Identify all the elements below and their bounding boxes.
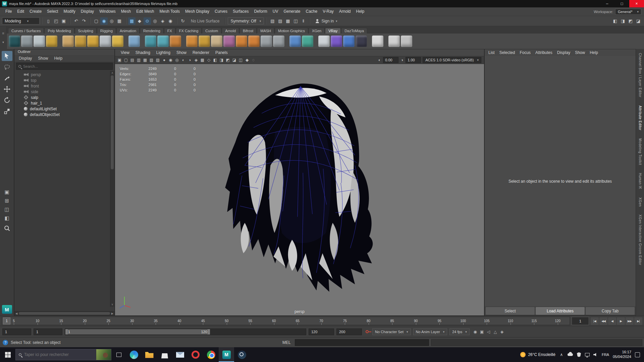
menu-item[interactable]: Generate: [281, 7, 303, 16]
open-render-view-icon[interactable]: ▧: [269, 17, 276, 25]
isolate-select-icon[interactable]: ◇: [206, 57, 212, 63]
timeline-tick[interactable]: 85: [380, 317, 404, 325]
open-scene-icon[interactable]: ◰: [52, 17, 60, 25]
menu-item[interactable]: Deform: [251, 7, 270, 16]
shelf-options-icon[interactable]: ▾: [2, 41, 4, 44]
viewport-menu-item[interactable]: Show: [173, 50, 190, 55]
viewport-canvas[interactable]: Verts: 2249 0 0 Edges: 3849 0 0 Faces: 1…: [115, 64, 484, 315]
outliner-search[interactable]: [16, 63, 113, 70]
save-scene-icon[interactable]: ▣: [60, 17, 67, 25]
range-slider-active-range[interactable]: 1 120: [65, 329, 210, 335]
new-scene-icon[interactable]: ▯: [45, 17, 52, 25]
attribute-editor-toggle-icon[interactable]: ◪: [635, 17, 642, 25]
attribute-editor-button[interactable]: Select: [486, 307, 535, 315]
shelf-tab[interactable]: Arnold: [222, 28, 239, 34]
timeline-tick[interactable]: 115: [522, 317, 546, 325]
timeline-tick[interactable]: 75: [333, 317, 357, 325]
outliner-item[interactable]: side: [14, 89, 114, 95]
opera-icon[interactable]: [188, 347, 203, 362]
timeline-tick[interactable]: 20: [73, 317, 97, 325]
vray-sphere-dark-icon[interactable]: [9, 36, 20, 47]
molecule-icon[interactable]: [302, 36, 313, 47]
menu-item[interactable]: Curves: [212, 7, 230, 16]
lock-camera-icon[interactable]: ▢: [123, 57, 129, 63]
select-tool[interactable]: [2, 51, 12, 61]
wireframe-mode-icon[interactable]: ▨: [155, 57, 161, 63]
playback-start-field[interactable]: 1: [34, 328, 62, 335]
menu-item[interactable]: UV: [270, 7, 281, 16]
outliner-item[interactable]: persp: [14, 72, 114, 77]
menu-item[interactable]: Cache: [303, 7, 320, 16]
mail-icon[interactable]: [172, 347, 188, 362]
shadows-icon[interactable]: ◐: [180, 57, 186, 63]
outliner-menu-item[interactable]: Help: [51, 56, 65, 61]
taskbar-search[interactable]: [15, 349, 111, 360]
search-highlight-image[interactable]: [96, 349, 111, 360]
sidebar-tab[interactable]: Modeling Toolkit: [638, 138, 642, 165]
maya-icon[interactable]: M: [219, 347, 234, 362]
symmetry-select[interactable]: Symmetry: Off ▾: [228, 17, 264, 24]
shelf-tab[interactable]: Animation: [116, 28, 140, 34]
scene-export-icon[interactable]: [170, 36, 181, 47]
go-to-start-button[interactable]: |◀: [591, 317, 599, 325]
hidden-icons-chevron[interactable]: ∧: [559, 352, 564, 357]
animation-end-field[interactable]: 200: [336, 328, 362, 335]
outliner-menu-item[interactable]: Show: [35, 56, 51, 61]
timeline-tick[interactable]: 100: [451, 317, 475, 325]
interactive-hand-icon[interactable]: [211, 36, 222, 47]
highlight-selection-icon[interactable]: ▦: [116, 17, 123, 25]
snap-projected-center-icon[interactable]: ◎: [151, 17, 159, 25]
menu-item[interactable]: Arnold: [336, 7, 354, 16]
shelf-icon[interactable]: [384, 36, 387, 47]
maximize-button[interactable]: □: [614, 0, 629, 7]
menu-item[interactable]: Help: [354, 7, 367, 16]
current-frame-marker[interactable]: 1: [3, 317, 10, 324]
scale-tool[interactable]: [2, 106, 12, 116]
volume-icon[interactable]: [593, 353, 598, 357]
outliner-item[interactable]: hair_1: [14, 100, 114, 106]
select-component-icon[interactable]: ◎: [108, 17, 115, 25]
snap-point-icon[interactable]: ⊙: [144, 17, 151, 25]
import-proxy-icon[interactable]: [157, 36, 169, 47]
persp-outliner-layout-icon[interactable]: ◫: [2, 205, 12, 214]
shelf-tab[interactable]: Rigging: [97, 28, 116, 34]
texture-grid-icon[interactable]: [223, 36, 235, 47]
menu-item[interactable]: Mesh: [118, 7, 133, 16]
lasso-tool[interactable]: [2, 62, 12, 72]
vr-ring-icon[interactable]: [388, 36, 400, 47]
resolution-gate-icon[interactable]: ◨: [218, 57, 225, 63]
shelf-icon[interactable]: [141, 36, 144, 47]
attribute-editor-menu-item[interactable]: Selected: [497, 50, 518, 55]
timeline-tick[interactable]: 25: [97, 317, 120, 325]
shelf-tab[interactable]: Bifrost: [239, 28, 257, 34]
snap-grid-icon[interactable]: ▦: [128, 17, 136, 25]
orange-sphere-icon[interactable]: [248, 36, 260, 47]
language-indicator[interactable]: FRA: [602, 353, 609, 357]
anim-layer-select[interactable]: No Anim Layer ▾: [413, 328, 447, 335]
timeline-tick[interactable]: 35: [144, 317, 168, 325]
snap-curve-icon[interactable]: ◆: [136, 17, 143, 25]
select-object-icon[interactable]: ◉: [100, 17, 108, 25]
outliner-horizontal-scrollbar[interactable]: ◀ ▶: [14, 311, 114, 315]
timeline-tick[interactable]: 10: [26, 317, 50, 325]
image-plane-icon[interactable]: ▦: [142, 57, 148, 63]
construction-history-icon[interactable]: ↻: [179, 17, 186, 25]
timeline-tick[interactable]: 55: [238, 317, 262, 325]
textured-mode-icon[interactable]: ◉: [167, 57, 174, 63]
node-graph-icon[interactable]: [372, 36, 383, 47]
character-set-select[interactable]: No Character Set ▾: [372, 328, 411, 335]
search-input[interactable]: [23, 64, 110, 68]
exposure-icon[interactable]: ◐: [376, 57, 383, 63]
rotate-tool[interactable]: [2, 95, 12, 105]
render-current-frame-icon[interactable]: ▨: [276, 17, 284, 25]
menu-item[interactable]: Mesh Display: [182, 7, 212, 16]
playback-end-field[interactable]: 120: [309, 328, 334, 335]
start-button[interactable]: [0, 347, 15, 362]
attribute-editor-menu-item[interactable]: Show: [573, 50, 587, 55]
mel-label[interactable]: MEL: [280, 340, 293, 345]
shelf-menu-icon[interactable]: ≡: [2, 31, 4, 35]
weather-widget[interactable]: 26°C Ensoleillé: [520, 352, 555, 357]
shelf-icon[interactable]: [368, 36, 371, 47]
viewport-menu-item[interactable]: Renderer: [190, 50, 212, 55]
timeline-tick[interactable]: 120: [546, 317, 570, 325]
